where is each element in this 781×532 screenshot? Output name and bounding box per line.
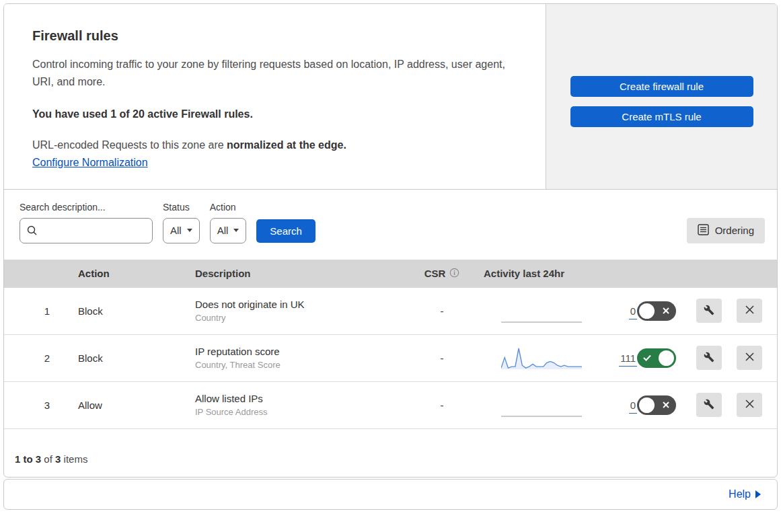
toggle-knob [639,303,655,319]
create-mtls-rule-button[interactable]: Create mTLS rule [570,106,753,127]
rule-enabled-toggle[interactable] [637,395,676,415]
search-label: Search description... [20,202,153,213]
activity-count-link[interactable]: 0 [629,305,637,319]
check-icon [643,354,651,361]
action-label: Action [210,202,247,213]
rule-csr: - [402,305,482,317]
toggle-knob [659,350,674,366]
header-text-panel: Firewall rules Control incoming traffic … [4,4,546,189]
rule-edit-cell [687,299,722,323]
wrench-icon [704,352,714,365]
status-label: Status [163,202,200,213]
chevron-down-icon [187,229,192,232]
rule-fields: IP Source Address [195,407,402,417]
close-icon [745,399,755,411]
ordering-icon [698,224,709,237]
help-link[interactable]: Help [729,488,761,500]
rule-action: Allow [74,400,191,411]
ordering-label: Ordering [715,225,754,236]
search-group: Search description... [20,202,153,243]
status-group: Status All [163,202,200,243]
items-of: of [44,453,52,465]
status-value: All [170,225,182,236]
search-button[interactable]: Search [256,219,315,243]
edit-rule-button[interactable] [696,346,722,370]
create-firewall-rule-button[interactable]: Create firewall rule [570,76,753,97]
page-title: Firewall rules [32,28,517,44]
delete-rule-button[interactable] [737,299,762,323]
csr-label: CSR [424,268,446,279]
table-row: 3 Allow Allow listed IPs IP Source Addre… [4,382,777,429]
rule-toggle-cell [637,348,687,368]
action-buttons-panel: Create firewall rule Create mTLS rule [546,4,777,189]
normalization-bold: normalized at the edge. [227,139,346,151]
search-field-wrap [20,218,153,243]
rule-priority: 1 [20,305,74,317]
description-column-header: Description [191,268,402,279]
rule-enabled-toggle[interactable] [637,301,676,321]
activity-count-link[interactable]: 0 [629,400,637,414]
action-select[interactable]: All [210,218,247,243]
help-footer: Help [3,479,778,510]
normalization-note: URL-encoded Requests to this zone are no… [32,139,517,151]
help-arrow-icon [755,490,761,498]
rule-delete-cell [722,346,762,370]
activity-column-header: Activity last 24hr [482,268,637,279]
rule-activity: 0 [482,298,637,324]
rule-action: Block [74,352,191,364]
delete-rule-button[interactable] [737,393,762,417]
rule-activity: 111 [482,345,637,371]
action-column-header: Action [74,268,191,279]
normalization-text: URL-encoded Requests to this zone are [32,139,227,151]
csr-column-header: CSR [402,268,482,280]
info-icon[interactable] [449,268,459,280]
items-total: 3 [55,453,61,465]
firewall-rules-page: Firewall rules Control incoming traffic … [0,0,781,532]
rule-description: Does not originate in UK Country [191,299,402,323]
configure-normalization-link[interactable]: Configure Normalization [32,157,148,168]
x-icon [663,307,669,314]
activity-count-link[interactable]: 111 [619,352,637,367]
header-section: Firewall rules Control incoming traffic … [4,4,777,190]
rule-edit-cell [687,346,722,370]
filter-bar: Search description... Status All Action [4,190,777,260]
toggle-knob [639,397,655,413]
rule-description-title: Does not originate in UK [195,299,402,310]
rule-edit-cell [687,393,722,417]
activity-sparkline [501,298,582,324]
rule-description-title: Allow listed IPs [195,393,402,404]
search-input[interactable] [20,218,153,243]
wrench-icon [704,305,714,317]
rule-delete-cell [722,393,762,417]
usage-summary: You have used 1 of 20 active Firewall ru… [32,108,517,120]
rule-priority: 3 [20,400,74,411]
page-description: Control incoming traffic to your zone by… [32,56,510,91]
rule-toggle-cell [637,301,687,321]
activity-sparkline [501,392,582,418]
rule-delete-cell [722,299,762,323]
edit-rule-button[interactable] [696,299,722,323]
delete-rule-button[interactable] [737,346,762,370]
close-icon [745,352,755,364]
close-icon [745,305,755,317]
items-range: 1 to 3 [15,453,41,465]
rule-csr: - [402,352,482,364]
help-label: Help [729,488,751,500]
rule-description: IP reputation score Country, Threat Scor… [191,346,402,370]
rule-description-title: IP reputation score [195,346,402,357]
rule-priority: 2 [20,352,74,364]
ordering-button[interactable]: Ordering [687,218,765,243]
status-select[interactable]: All [163,218,200,243]
table-row: 2 Block IP reputation score Country, Thr… [4,335,777,382]
pagination-summary: 1 to 3 of 3 items [4,429,777,477]
edit-rule-button[interactable] [696,393,722,417]
rule-fields: Country [195,313,402,323]
x-icon [663,402,669,408]
search-icon [27,225,38,239]
rule-enabled-toggle[interactable] [637,348,676,368]
rule-action: Block [74,305,191,317]
table-header: Action Description CSR Activity last 24h… [4,260,777,288]
rule-toggle-cell [637,395,687,415]
rule-description: Allow listed IPs IP Source Address [191,393,402,417]
firewall-rules-card: Firewall rules Control incoming traffic … [3,3,778,478]
